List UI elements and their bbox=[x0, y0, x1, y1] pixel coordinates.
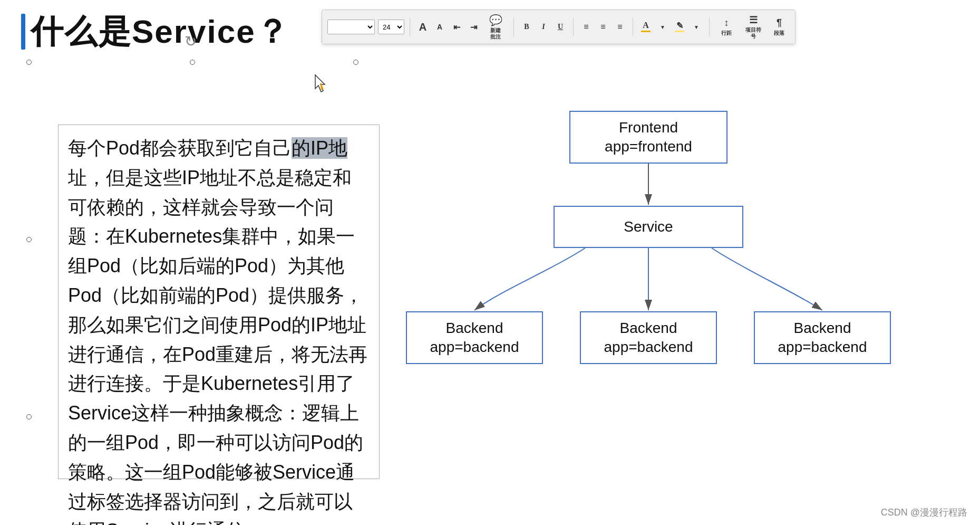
text-content-container: 每个Pod都会获取到它自己的IP地址，但是这些IP地址不总是稳定和可依赖的，这样… bbox=[29, 62, 356, 417]
indent-increase-button[interactable]: ⇥ bbox=[466, 20, 481, 34]
service-box: Service bbox=[554, 206, 743, 248]
align-left-button[interactable]: ≡ bbox=[579, 20, 594, 34]
increase-font-button[interactable]: A bbox=[415, 20, 430, 34]
spacing-group: ↕ 行距 ☰ 项目符号 ¶ 段落 bbox=[715, 13, 790, 41]
handle-tm[interactable] bbox=[190, 60, 195, 65]
dropdown-highlight-button[interactable]: ▼ bbox=[689, 20, 704, 34]
align-center-button[interactable]: ≡ bbox=[596, 20, 610, 34]
bullet-list-button[interactable]: ☰ 项目符号 bbox=[740, 13, 766, 41]
handle-bl[interactable] bbox=[26, 414, 32, 419]
frontend-box: Frontendapp=frontend bbox=[569, 111, 727, 164]
italic-button[interactable]: I bbox=[536, 20, 551, 34]
backend-box-1: Backendapp=backend bbox=[406, 311, 543, 364]
backend-box-2: Backendapp=backend bbox=[580, 311, 717, 364]
line-spacing-button[interactable]: ↕ 行距 bbox=[715, 13, 738, 41]
new-comment-button[interactable]: 💬 新建批注 bbox=[483, 13, 508, 41]
dropdown-color-button[interactable]: ▼ bbox=[655, 20, 670, 34]
separator-5 bbox=[709, 17, 710, 36]
alignment-group: ≡ ≡ ≡ bbox=[579, 20, 627, 34]
title-bar-decoration bbox=[21, 14, 25, 50]
handle-tr[interactable] bbox=[353, 60, 358, 65]
color-group: A ▼ ✎ ▼ bbox=[638, 20, 704, 34]
align-right-button[interactable]: ≡ bbox=[613, 20, 627, 34]
separator-2 bbox=[513, 17, 514, 36]
title-area: 什么是Service？ bbox=[21, 9, 289, 54]
indent-decrease-button[interactable]: ⇤ bbox=[449, 20, 464, 34]
formatting-toolbar: 24 A A ⇤ ⇥ 💬 新建批注 B I U ≡ ≡ ≡ A ▼ ✎ ▼ ↕ … bbox=[322, 9, 795, 44]
kubernetes-diagram: Frontendapp=frontend Service Backendapp=… bbox=[374, 106, 954, 433]
content-paragraph: 每个Pod都会获取到它自己的IP地址，但是这些IP地址不总是稳定和可依赖的，这样… bbox=[68, 133, 370, 525]
font-size-buttons: A A ⇤ ⇥ 💬 新建批注 bbox=[415, 13, 508, 41]
font-size-group: 24 bbox=[378, 20, 404, 34]
bold-button[interactable]: B bbox=[519, 20, 534, 34]
font-color-button[interactable]: A bbox=[638, 20, 653, 34]
font-family-select[interactable] bbox=[327, 20, 375, 34]
watermark: CSDN @漫漫行程路 bbox=[881, 506, 967, 519]
font-size-select[interactable]: 24 bbox=[378, 20, 404, 34]
refresh-icon: ↻ bbox=[185, 33, 197, 50]
separator-3 bbox=[573, 17, 574, 36]
font-family-group bbox=[327, 20, 375, 34]
highlighted-text-1: 的IP地 bbox=[292, 137, 347, 159]
separator-4 bbox=[633, 17, 633, 36]
decrease-font-button[interactable]: A bbox=[432, 20, 447, 34]
handle-ml[interactable] bbox=[26, 237, 32, 242]
page-title: 什么是Service？ bbox=[31, 9, 289, 54]
text-format-group: B I U bbox=[519, 20, 568, 34]
separator-1 bbox=[410, 17, 410, 36]
handle-tl[interactable] bbox=[26, 60, 32, 65]
paragraph-button[interactable]: ¶ 段落 bbox=[769, 13, 790, 41]
backend-box-3: Backendapp=backend bbox=[754, 311, 891, 364]
text-content-box[interactable]: 每个Pod都会获取到它自己的IP地址，但是这些IP地址不总是稳定和可依赖的，这样… bbox=[58, 125, 380, 479]
highlight-button[interactable]: ✎ bbox=[672, 20, 687, 34]
underline-button[interactable]: U bbox=[553, 20, 568, 34]
